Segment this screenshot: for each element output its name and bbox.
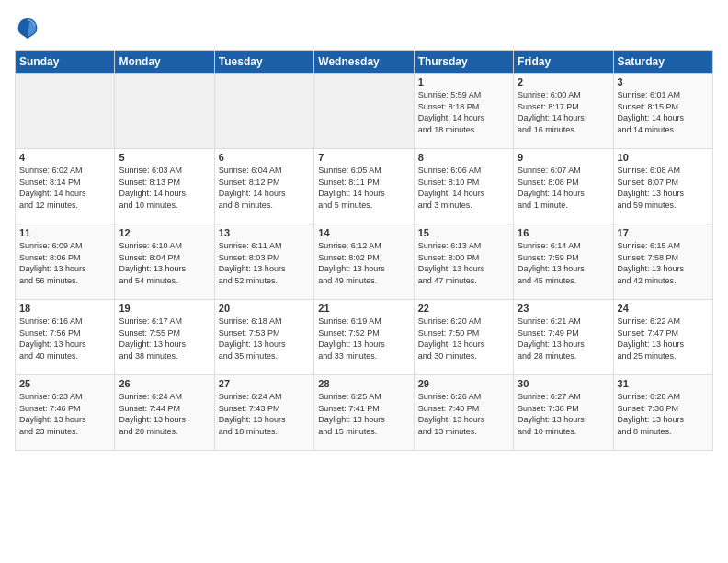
day-number: 28 [318, 378, 409, 389]
calendar-cell: 28Sunrise: 6:25 AM Sunset: 7:41 PM Dayli… [314, 375, 414, 451]
day-number: 19 [119, 303, 210, 314]
day-number: 6 [219, 152, 310, 163]
week-row-5: 25Sunrise: 6:23 AM Sunset: 7:46 PM Dayli… [16, 375, 713, 451]
day-number: 30 [518, 378, 609, 389]
day-number: 15 [418, 227, 509, 238]
day-info: Sunrise: 6:17 AM Sunset: 7:55 PM Dayligh… [119, 316, 210, 362]
week-row-1: 1Sunrise: 5:59 AM Sunset: 8:18 PM Daylig… [16, 74, 713, 149]
calendar-cell: 30Sunrise: 6:27 AM Sunset: 7:38 PM Dayli… [514, 375, 613, 451]
day-info: Sunrise: 6:21 AM Sunset: 7:49 PM Dayligh… [518, 316, 609, 362]
calendar-cell: 21Sunrise: 6:19 AM Sunset: 7:52 PM Dayli… [314, 300, 414, 375]
header-day-tuesday: Tuesday [214, 51, 313, 74]
day-info: Sunrise: 6:10 AM Sunset: 8:04 PM Dayligh… [119, 240, 210, 286]
day-number: 22 [418, 303, 509, 314]
calendar-cell: 8Sunrise: 6:06 AM Sunset: 8:10 PM Daylig… [414, 149, 513, 224]
calendar-cell: 17Sunrise: 6:15 AM Sunset: 7:58 PM Dayli… [613, 224, 712, 300]
day-info: Sunrise: 6:19 AM Sunset: 7:52 PM Dayligh… [318, 316, 409, 362]
calendar-cell: 3Sunrise: 6:01 AM Sunset: 8:15 PM Daylig… [613, 74, 712, 149]
calendar-cell [214, 74, 313, 149]
calendar-cell [314, 74, 414, 149]
day-number: 27 [219, 378, 310, 389]
day-number: 9 [518, 152, 609, 163]
day-number: 8 [418, 152, 509, 163]
day-number: 17 [618, 227, 709, 238]
day-number: 4 [19, 152, 110, 163]
calendar-cell: 9Sunrise: 6:07 AM Sunset: 8:08 PM Daylig… [514, 149, 613, 224]
day-info: Sunrise: 6:15 AM Sunset: 7:58 PM Dayligh… [618, 240, 709, 286]
header-day-friday: Friday [514, 51, 613, 74]
day-number: 5 [119, 152, 210, 163]
day-info: Sunrise: 6:18 AM Sunset: 7:53 PM Dayligh… [219, 316, 310, 362]
calendar-cell: 20Sunrise: 6:18 AM Sunset: 7:53 PM Dayli… [214, 300, 313, 375]
day-number: 20 [219, 303, 310, 314]
calendar-cell: 4Sunrise: 6:02 AM Sunset: 8:14 PM Daylig… [16, 149, 115, 224]
day-number: 29 [418, 378, 509, 389]
day-info: Sunrise: 6:04 AM Sunset: 8:12 PM Dayligh… [219, 165, 310, 211]
calendar-cell: 1Sunrise: 5:59 AM Sunset: 8:18 PM Daylig… [414, 74, 513, 149]
day-info: Sunrise: 6:01 AM Sunset: 8:15 PM Dayligh… [618, 89, 709, 135]
day-number: 23 [518, 303, 609, 314]
day-number: 12 [119, 227, 210, 238]
header-day-sunday: Sunday [16, 51, 115, 74]
header-day-thursday: Thursday [414, 51, 513, 74]
day-number: 31 [618, 378, 709, 389]
day-info: Sunrise: 6:02 AM Sunset: 8:14 PM Dayligh… [19, 165, 110, 211]
calendar-cell: 6Sunrise: 6:04 AM Sunset: 8:12 PM Daylig… [214, 149, 313, 224]
calendar-cell: 10Sunrise: 6:08 AM Sunset: 8:07 PM Dayli… [613, 149, 712, 224]
day-info: Sunrise: 6:14 AM Sunset: 7:59 PM Dayligh… [518, 240, 609, 286]
calendar-cell: 16Sunrise: 6:14 AM Sunset: 7:59 PM Dayli… [514, 224, 613, 300]
logo-icon [15, 15, 40, 40]
day-info: Sunrise: 6:13 AM Sunset: 8:00 PM Dayligh… [418, 240, 509, 286]
calendar-cell: 13Sunrise: 6:11 AM Sunset: 8:03 PM Dayli… [214, 224, 313, 300]
calendar-cell: 27Sunrise: 6:24 AM Sunset: 7:43 PM Dayli… [214, 375, 313, 451]
calendar-cell [115, 74, 214, 149]
day-number: 25 [19, 378, 110, 389]
calendar-cell [16, 74, 115, 149]
day-info: Sunrise: 6:11 AM Sunset: 8:03 PM Dayligh… [219, 240, 310, 286]
calendar-cell: 5Sunrise: 6:03 AM Sunset: 8:13 PM Daylig… [115, 149, 214, 224]
calendar-table: SundayMondayTuesdayWednesdayThursdayFrid… [15, 50, 713, 451]
day-info: Sunrise: 6:26 AM Sunset: 7:40 PM Dayligh… [418, 391, 509, 437]
day-info: Sunrise: 6:20 AM Sunset: 7:50 PM Dayligh… [418, 316, 509, 362]
page: SundayMondayTuesdayWednesdayThursdayFrid… [0, 0, 728, 563]
day-number: 24 [618, 303, 709, 314]
day-info: Sunrise: 6:12 AM Sunset: 8:02 PM Dayligh… [318, 240, 409, 286]
calendar-cell: 29Sunrise: 6:26 AM Sunset: 7:40 PM Dayli… [414, 375, 513, 451]
day-info: Sunrise: 6:06 AM Sunset: 8:10 PM Dayligh… [418, 165, 509, 211]
calendar-cell: 23Sunrise: 6:21 AM Sunset: 7:49 PM Dayli… [514, 300, 613, 375]
calendar-cell: 19Sunrise: 6:17 AM Sunset: 7:55 PM Dayli… [115, 300, 214, 375]
week-row-2: 4Sunrise: 6:02 AM Sunset: 8:14 PM Daylig… [16, 149, 713, 224]
calendar-cell: 11Sunrise: 6:09 AM Sunset: 8:06 PM Dayli… [16, 224, 115, 300]
day-info: Sunrise: 6:27 AM Sunset: 7:38 PM Dayligh… [518, 391, 609, 437]
day-info: Sunrise: 6:00 AM Sunset: 8:17 PM Dayligh… [518, 89, 609, 135]
week-row-4: 18Sunrise: 6:16 AM Sunset: 7:56 PM Dayli… [16, 300, 713, 375]
day-info: Sunrise: 6:23 AM Sunset: 7:46 PM Dayligh… [19, 391, 110, 437]
day-info: Sunrise: 6:28 AM Sunset: 7:36 PM Dayligh… [618, 391, 709, 437]
header-day-wednesday: Wednesday [314, 51, 414, 74]
header-day-monday: Monday [115, 51, 214, 74]
calendar-cell: 7Sunrise: 6:05 AM Sunset: 8:11 PM Daylig… [314, 149, 414, 224]
day-info: Sunrise: 6:03 AM Sunset: 8:13 PM Dayligh… [119, 165, 210, 211]
day-number: 16 [518, 227, 609, 238]
day-number: 7 [318, 152, 409, 163]
calendar-cell: 2Sunrise: 6:00 AM Sunset: 8:17 PM Daylig… [514, 74, 613, 149]
header-day-saturday: Saturday [613, 51, 712, 74]
day-info: Sunrise: 6:16 AM Sunset: 7:56 PM Dayligh… [19, 316, 110, 362]
calendar-cell: 12Sunrise: 6:10 AM Sunset: 8:04 PM Dayli… [115, 224, 214, 300]
day-info: Sunrise: 6:22 AM Sunset: 7:47 PM Dayligh… [618, 316, 709, 362]
day-number: 1 [418, 76, 509, 87]
logo [15, 15, 44, 40]
calendar-cell: 24Sunrise: 6:22 AM Sunset: 7:47 PM Dayli… [613, 300, 712, 375]
day-info: Sunrise: 6:08 AM Sunset: 8:07 PM Dayligh… [618, 165, 709, 211]
day-number: 2 [518, 76, 609, 87]
header-row: SundayMondayTuesdayWednesdayThursdayFrid… [16, 51, 713, 74]
day-number: 3 [618, 76, 709, 87]
week-row-3: 11Sunrise: 6:09 AM Sunset: 8:06 PM Dayli… [16, 224, 713, 300]
day-number: 13 [219, 227, 310, 238]
day-number: 14 [318, 227, 409, 238]
calendar-cell: 18Sunrise: 6:16 AM Sunset: 7:56 PM Dayli… [16, 300, 115, 375]
calendar-cell: 31Sunrise: 6:28 AM Sunset: 7:36 PM Dayli… [613, 375, 712, 451]
day-info: Sunrise: 6:24 AM Sunset: 7:44 PM Dayligh… [119, 391, 210, 437]
day-info: Sunrise: 6:07 AM Sunset: 8:08 PM Dayligh… [518, 165, 609, 211]
day-number: 10 [618, 152, 709, 163]
